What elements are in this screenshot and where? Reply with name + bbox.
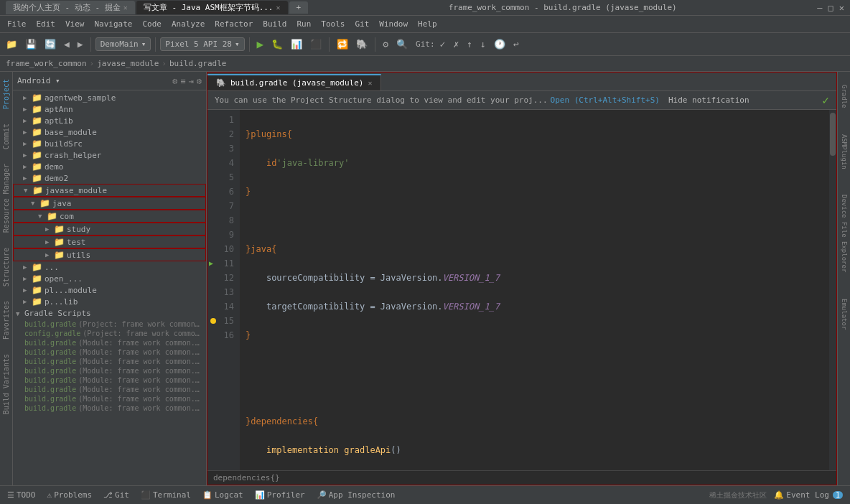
close-btn[interactable]: ✕ [839,3,844,13]
run-button[interactable]: ▶ [254,36,267,52]
menu-tools[interactable]: Tools [317,18,349,30]
tree-item-javase[interactable]: ▼ 📁 javase_module [13,184,206,197]
tree-item-test[interactable]: ▶ 📁 test [13,235,206,248]
gradle-item-2[interactable]: build.gradle (Module: frame_work_common.… [13,338,206,347]
minimize-btn[interactable]: — [817,3,822,13]
project-gear-icon[interactable]: ⚙ [172,76,177,86]
menu-view[interactable]: View [61,18,89,30]
tree-item-plib[interactable]: ▶ 📁 p...lib [13,296,206,307]
menu-help[interactable]: Help [414,18,442,30]
code-line-12[interactable]: implementation gradleApi() [246,443,823,457]
sidebar-item-favorites[interactable]: Favorites [2,301,10,340]
toolbar-back[interactable]: ◀ [61,37,73,51]
project-sort-icon[interactable]: ≡ [180,76,185,86]
code-line-6[interactable]: sourceCompatibility = JavaVersion.VERSIO… [246,271,823,285]
terminal-btn[interactable]: ⬛ Terminal [138,490,194,500]
maximize-btn[interactable]: □ [828,3,833,13]
browser-tab-1[interactable]: 我的个人主页 - 动态 - 掘金 ✕ [6,1,135,14]
right-tab-gradle[interactable]: Gradle [841,79,848,114]
code-line-8[interactable]: } [246,328,823,342]
menu-file[interactable]: File [3,18,31,30]
logcat-btn[interactable]: 📋 Logcat [200,490,246,500]
gradle-item-0[interactable]: build.gradle (Project: frame_work_common… [13,319,206,329]
project-settings-icon[interactable]: ⚙ [197,76,202,86]
code-content[interactable]: }plugins { id 'java-library' } }java { s… [240,110,829,470]
menu-navigate[interactable]: Navigate [90,18,137,30]
gradle-item-3[interactable]: build.gradle (Module: frame_work_common.… [13,347,206,357]
gradle-item-6[interactable]: build.gradle (Module: frame_work_common.… [13,375,206,385]
new-tab-btn[interactable]: + [289,1,309,14]
right-tab-asmplugin[interactable]: ASMPlugin [841,129,848,175]
editor-tab-build-gradle[interactable]: 🐘 build.gradle (javase_module) ✕ [207,74,381,90]
toolbar-forward[interactable]: ▶ [75,37,86,51]
menu-code[interactable]: Code [138,18,166,30]
run-config-dropdown[interactable]: DemoMain ▾ [95,37,151,51]
gradle-button[interactable]: 🐘 [353,37,370,51]
profiler-btn[interactable]: 📊 Profiler [252,490,308,500]
search-button[interactable]: 🔍 [393,37,411,51]
browser-tab-2[interactable]: 写文章 - Java ASM框架字节码... ✕ [136,1,288,14]
git-history[interactable]: 🕐 [491,37,508,51]
sidebar-item-commit[interactable]: Commit [2,123,10,149]
git-check[interactable]: ✓ [437,37,449,51]
code-line-11[interactable]: }dependencies { [246,414,823,429]
breadcrumb-root[interactable]: frame_work_common [6,59,87,68]
gradle-item-9[interactable]: build.gradle (Module: frame_work_common.… [13,403,206,413]
stop-button[interactable]: ⬛ [307,37,324,51]
tree-item-more1[interactable]: ▶ 📁 ... [13,261,206,273]
code-line-2[interactable]: id 'java-library' [246,156,823,170]
git-pull[interactable]: ↓ [477,37,489,51]
menu-refactor[interactable]: Refactor [210,18,257,30]
menu-run[interactable]: Run [292,18,315,30]
gradle-item-7[interactable]: build.gradle (Module: frame_work_common.… [13,385,206,394]
right-tab-device-explorer[interactable]: Device File Explorer [841,189,848,278]
tree-item-pl[interactable]: ▶ 📁 pl...module [13,284,206,296]
problems-btn[interactable]: ⚠ Problems [45,490,95,500]
sidebar-item-structure[interactable]: Structure [2,248,10,286]
right-tab-emulator[interactable]: Emulator [841,293,848,335]
tree-item-utils[interactable]: ▶ 📁 utils [13,248,206,261]
tree-item-agentweb[interactable]: ▶ 📁 agentweb_sample [13,92,206,103]
event-log-btn[interactable]: 🔔 Event Log 1 [771,490,846,500]
git-x[interactable]: ✗ [450,37,462,51]
code-line-3[interactable]: } [246,185,823,199]
sync-button[interactable]: 🔁 [334,37,351,51]
menu-analyze[interactable]: Analyze [167,18,209,30]
toolbar-icon-1[interactable]: 📁 [3,37,20,51]
git-rollback[interactable]: ↩ [510,37,522,51]
editor-scrollbar[interactable] [829,110,836,470]
profile-button[interactable]: 📊 [288,37,305,51]
gradle-item-4[interactable]: build.gradle (Module: frame_work_common.… [13,357,206,366]
code-line-7[interactable]: targetCompatibility = JavaVersion.VERSIO… [246,299,823,314]
tree-item-demo2[interactable]: ▶ 📁 demo2 [13,172,206,184]
menu-build[interactable]: Build [258,18,291,30]
notification-dismiss-btn[interactable]: Hide notification [668,95,749,105]
menu-git[interactable]: Git [350,18,373,30]
tree-item-java[interactable]: ▼ 📁 java [13,197,206,210]
tree-item-crash[interactable]: ▶ 📁 crash_helper [13,149,206,161]
gradle-scripts-header[interactable]: ▼ Gradle Scripts [13,307,206,319]
code-line-1[interactable]: }plugins { [246,127,823,141]
toolbar-icon-2[interactable]: 💾 [22,37,39,51]
tab1-close[interactable]: ✕ [123,4,128,11]
tree-item-buildsrc[interactable]: ▶ 📁 buildSrc [13,138,206,149]
git-status-btn[interactable]: ⎇ Git [101,490,132,500]
breadcrumb-module[interactable]: javase_module [97,59,159,68]
todo-btn[interactable]: ☰ TODO [4,490,39,500]
tree-item-base[interactable]: ▶ 📁 base_module [13,126,206,138]
tree-item-aptann[interactable]: ▶ 📁 aptAnn [13,103,206,115]
project-collapse-icon[interactable]: ⇥ [189,76,194,86]
git-push[interactable]: ↑ [464,37,475,51]
menu-window[interactable]: Window [375,18,412,30]
terminal-button[interactable]: ⚙ [380,37,391,51]
gradle-item-8[interactable]: build.gradle (Module: frame_work_common.… [13,394,206,403]
sidebar-item-resource-manager[interactable]: Resource Manager [2,164,10,233]
editor-tab-close[interactable]: ✕ [368,79,372,87]
gradle-item-5[interactable]: build.gradle (Module: frame_work_common.… [13,366,206,375]
gradle-item-1[interactable]: config.gradle (Project: frame_work_commo… [13,329,206,338]
debug-button[interactable]: 🐛 [268,37,286,51]
scroll-thumb[interactable] [830,113,836,156]
sidebar-item-project[interactable]: Project [2,79,10,109]
tree-item-aptlib[interactable]: ▶ 📁 aptLib [13,115,206,126]
app-inspection-btn[interactable]: 🔎 App Inspection [314,490,398,500]
